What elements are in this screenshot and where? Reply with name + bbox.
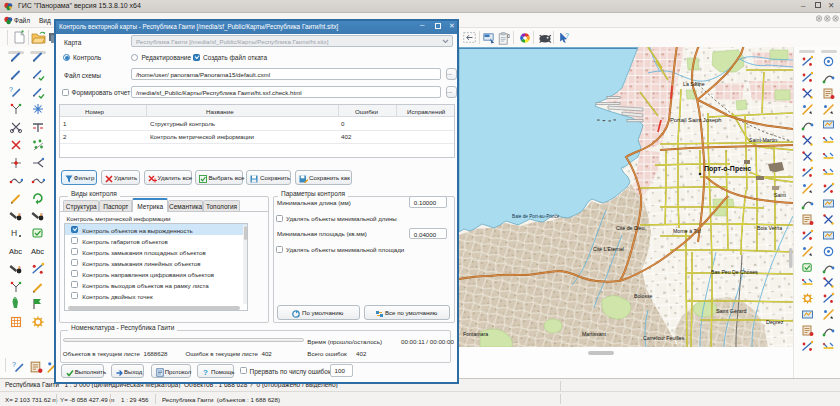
svg-text:Saint-Martin: Saint-Martin [749, 137, 777, 143]
svg-text:Cité L'Eternel: Cité L'Eternel [593, 246, 624, 252]
svg-text:0: 0 [507, 33, 510, 38]
svg-text:Bas Peu De Choses: Bas Peu De Choses [711, 269, 758, 275]
svg-text:Порт-о-Пренс: Порт-о-Пренс [704, 165, 751, 173]
svg-text:Saint: Saint [774, 192, 786, 198]
svg-text:Deprez: Deprez [766, 319, 784, 325]
svg-text:Bois Verna: Bois Verna [757, 225, 782, 231]
svg-text:Morne à Tuf: Morne à Tuf [673, 228, 701, 234]
svg-text:Bolosse: Bolosse [634, 293, 653, 299]
svg-text:?: ? [565, 32, 569, 39]
svg-text:Portail Saint Joseph: Portail Saint Joseph [670, 117, 722, 123]
svg-text:Carrefour Feuilles: Carrefour Feuilles [643, 335, 685, 341]
svg-text:Baie de Port-au-Prince: Baie de Port-au-Prince [512, 214, 560, 219]
svg-text:Fontamara: Fontamara [463, 331, 488, 337]
svg-text:La Saline: La Saline [683, 81, 705, 87]
svg-text:Cité de Dieu: Cité de Dieu [616, 225, 645, 231]
svg-text:Martissant: Martissant [582, 331, 606, 337]
svg-text:Saint Gérard: Saint Gérard [716, 308, 747, 314]
